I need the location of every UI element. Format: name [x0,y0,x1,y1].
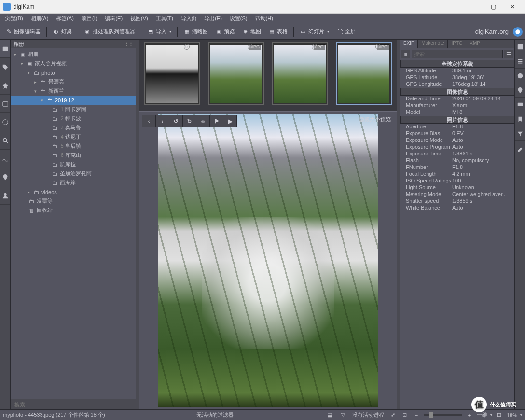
album-tree[interactable]: ▾▣相册 ▾▣家人照片视频 ▾🗀photo ▸🗀景漂亮 ▾🗀新西兰 ▾🗀2019… [11,48,136,399]
tree-sib1[interactable]: 🗀凯库拉 [11,160,136,169]
menu-item[interactable]: 项目(I) [78,14,101,23]
preview-next-button[interactable]: › [156,115,169,127]
tab-exif[interactable]: EXIF [400,40,418,48]
main-toolbar: ✎图像编辑器 ◐灯桌 ◉批处理队列管理器 ⬒导入▾ ▦缩略图 ▣预览 ⊕地图 ▤… [0,24,525,40]
svg-point-3 [2,119,8,125]
preview-prev-button[interactable]: ‹ [142,115,156,127]
menu-album[interactable]: 相册(A) [27,14,53,23]
tab-makernote[interactable]: Makernote [418,40,448,48]
preview-rotate-right-icon[interactable]: ↻ [183,115,196,127]
tree-a3[interactable]: 🗀3 奥马鲁 [11,123,136,132]
tree-a4[interactable]: 🗀4 达尼丁 [11,132,136,141]
tb-preview[interactable]: ▣预览 [212,27,237,37]
vtab-timeline[interactable] [0,113,10,131]
close-button[interactable]: ✕ [503,1,522,13]
overlay-refresh-icon: ↻ [248,44,253,50]
zoom-fit-icon[interactable]: ⤢ [389,411,398,419]
rtab-filters[interactable] [515,126,525,141]
menubar[interactable]: 浏览(B) 相册(A) 标签(A) 项目(I) 编辑(E) 视图(V) 工具(T… [0,14,525,24]
tree-home[interactable]: ▾▣家人照片视频 [11,59,136,68]
tb-slideshow[interactable]: ▭幻灯片▾ [297,27,332,37]
left-search[interactable] [11,399,136,409]
tree-sib2[interactable]: 🗀圣加泊罗托阿 [11,169,136,178]
menu-settings[interactable]: 设置(S) [226,14,251,23]
tree-a1[interactable]: 🗀1 阿卡罗阿 [11,105,136,114]
zoom-slider[interactable] [424,414,462,416]
zoom-out-icon[interactable]: − [412,411,421,419]
vtab-albums[interactable] [0,40,10,58]
tree-a5[interactable]: 🗀5 皇后镇 [11,141,136,151]
menu-export[interactable]: 导出(E) [200,14,226,23]
tree-sub1[interactable]: ▸🗀景漂亮 [11,77,136,86]
tb-image-editor[interactable]: ✎图像编辑器 [2,27,43,37]
meta-row: Date and Time2020:01:09 09:24:14 [400,96,514,102]
tree-a6[interactable]: 🗀6 库克山 [11,151,136,160]
tab-iptc[interactable]: IPTC [448,40,466,48]
filter-simple-icon[interactable]: ≡ [401,50,410,58]
tree-a2[interactable]: 🗀2 特卡波 [11,114,136,123]
menu-view[interactable]: 视图(V) [126,14,152,23]
tb-map[interactable]: ⊕地图 [239,27,264,37]
thumbnail-4[interactable]: JPG↻ [336,42,392,108]
tb-thumbnails[interactable]: ▦缩略图 [180,27,211,37]
preview-face-icon[interactable]: ☺ [196,115,210,127]
menu-help[interactable]: 帮助(H) [251,14,277,23]
thumbnail-3[interactable]: JPG↻ [272,42,328,108]
vtab-map[interactable] [0,168,10,186]
tree-videos[interactable]: ▸🗀videos [11,187,136,196]
rtab-captions[interactable] [515,98,525,112]
preview-play-icon[interactable]: ▶ [223,115,237,127]
zoom-original-icon[interactable]: ⊡ [401,411,409,419]
tb-table[interactable]: ▤表格 [265,27,290,37]
vtab-dates[interactable] [0,95,10,113]
tree-photo[interactable]: ▾🗀photo [11,68,136,77]
left-search-input[interactable] [13,401,134,408]
panel-title-albums: 相册⋮⋮ [11,40,136,48]
rtab-properties[interactable] [515,40,525,54]
menu-tag[interactable]: 标签(A) [52,14,78,23]
rtab-metadata[interactable] [515,54,525,69]
menu-edit[interactable]: 编辑(E) [101,14,126,23]
status-filter-icon[interactable]: ⬓ [325,411,334,419]
tree-trash[interactable]: 🗑回收站 [11,206,136,215]
menu-browse[interactable]: 浏览(B) [1,14,27,23]
vtab-fuzzy[interactable] [0,150,10,168]
thumbnail-row[interactable]: ↻ JPG↻ JPG↻ JPG↻ [139,40,397,111]
filter-list-icon[interactable]: ☰ [504,50,513,58]
thumbnail-2[interactable]: JPG↻ [208,42,264,108]
vtab-people[interactable] [0,186,10,205]
tree-sub2[interactable]: ▾🗀新西兰 [11,86,136,96]
thumbnail-1[interactable]: ↻ [144,42,200,108]
metadata-search-input[interactable] [412,50,503,58]
tree-root[interactable]: ▾▣相册 [11,50,136,59]
meta-row: Exposure ProgramAuto [400,144,514,151]
vtab-search[interactable] [0,131,10,150]
preview-tag-icon[interactable]: ⚑ [210,115,223,127]
minimize-button[interactable]: — [464,1,484,13]
preview-image-wrap[interactable] [139,112,397,409]
preview-rotate-left-icon[interactable]: ↺ [169,115,183,127]
rtab-map[interactable] [515,83,525,98]
rtab-colors[interactable] [515,69,525,83]
vtab-labels[interactable] [0,76,10,95]
tab-xmp[interactable]: XMP [466,40,484,48]
maximize-button[interactable]: ▢ [484,1,503,13]
status-funnel-icon[interactable]: ▽ [339,411,347,419]
hide-preview-link[interactable]: 隐藏大小预览 [359,116,391,123]
tree-sib3[interactable]: 🗀西海岸 [11,178,136,187]
folder-icon: 🗀 [51,106,58,113]
tb-import[interactable]: ⬒导入▾ [144,27,174,37]
svg-rect-1 [2,46,8,51]
contrast-icon: ◐ [53,28,59,35]
tb-fullscreen[interactable]: ⛶全屏 [333,27,359,37]
tb-batch-queue[interactable]: ◉批处理队列管理器 [81,27,138,37]
tb-light-table[interactable]: ◐灯桌 [50,27,75,37]
rtab-tools[interactable] [515,141,525,155]
tree-2019-12[interactable]: ▾🗀2019 12 [11,96,136,105]
menu-import[interactable]: 导入(I) [177,14,200,23]
rtab-versions[interactable] [515,112,525,126]
brand-label: digiKam.org [475,28,509,35]
vtab-tags[interactable] [0,58,10,76]
menu-tools[interactable]: 工具(T) [152,14,177,23]
tree-unclassified[interactable]: 🗀发票等 [11,196,136,206]
